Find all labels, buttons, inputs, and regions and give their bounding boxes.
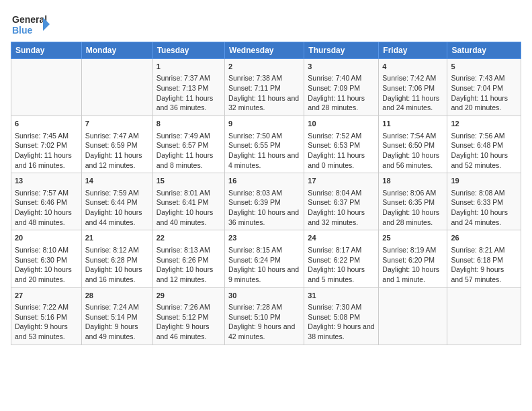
cell-line-1: Sunset: 7:02 PM [15, 140, 78, 150]
col-header-tuesday: Tuesday [152, 42, 224, 59]
cell-line-2: Daylight: 10 hours and 24 minutes. [451, 208, 517, 227]
day-number: 11 [382, 119, 443, 129]
day-number: 5 [451, 62, 517, 72]
calendar-cell-w4d4: 31Sunrise: 7:30 AMSunset: 5:08 PMDayligh… [304, 287, 379, 345]
calendar-cell-w3d4: 24Sunrise: 8:17 AMSunset: 6:22 PMDayligh… [304, 230, 379, 287]
cell-line-0: Sunrise: 7:28 AM [228, 302, 300, 312]
cell-line-0: Sunrise: 7:50 AM [228, 131, 300, 141]
calendar-cell-w1d1: 7Sunrise: 7:47 AMSunset: 6:59 PMDaylight… [81, 116, 152, 173]
cell-line-1: Sunset: 6:48 PM [451, 140, 517, 150]
cell-line-1: Sunset: 7:09 PM [308, 83, 375, 93]
calendar-cell-w2d2: 15Sunrise: 8:01 AMSunset: 6:41 PMDayligh… [152, 173, 224, 230]
calendar-cell-w4d0: 27Sunrise: 7:22 AMSunset: 5:16 PMDayligh… [11, 287, 82, 345]
day-number: 24 [308, 233, 375, 243]
col-header-saturday: Saturday [447, 42, 521, 59]
day-number: 7 [85, 119, 149, 129]
cell-line-2: Daylight: 10 hours and 1 minute. [382, 265, 443, 284]
cell-line-2: Daylight: 11 hours and 8 minutes. [157, 150, 221, 170]
cell-line-1: Sunset: 6:33 PM [451, 197, 517, 208]
cell-line-1: Sunset: 5:16 PM [15, 312, 78, 322]
cell-line-2: Daylight: 10 hours and 20 minutes. [15, 265, 78, 284]
cell-line-0: Sunrise: 7:56 AM [451, 131, 517, 141]
cell-line-2: Daylight: 9 hours and 38 minutes. [308, 322, 375, 341]
cell-line-1: Sunset: 6:55 PM [228, 140, 300, 150]
logo: GeneralBlue [11, 11, 51, 38]
day-number: 2 [228, 62, 300, 72]
cell-line-0: Sunrise: 7:57 AM [15, 188, 78, 198]
cell-line-2: Daylight: 11 hours and 20 minutes. [451, 93, 517, 113]
calendar-cell-w4d2: 29Sunrise: 7:26 AMSunset: 5:12 PMDayligh… [152, 287, 224, 345]
cell-line-2: Daylight: 11 hours and 28 minutes. [308, 93, 375, 113]
day-number: 27 [15, 291, 78, 301]
cell-line-2: Daylight: 11 hours and 24 minutes. [382, 93, 443, 113]
calendar-cell-w2d6: 19Sunrise: 8:08 AMSunset: 6:33 PMDayligh… [447, 173, 521, 230]
day-number: 3 [308, 62, 375, 72]
cell-line-1: Sunset: 7:13 PM [157, 83, 221, 93]
cell-line-2: Daylight: 10 hours and 16 minutes. [85, 265, 149, 284]
calendar-cell-w1d6: 12Sunrise: 7:56 AMSunset: 6:48 PMDayligh… [447, 116, 521, 173]
cell-line-0: Sunrise: 8:19 AM [382, 245, 443, 255]
cell-line-1: Sunset: 6:20 PM [382, 255, 443, 265]
cell-line-1: Sunset: 5:08 PM [308, 312, 375, 322]
cell-line-0: Sunrise: 7:30 AM [308, 302, 375, 312]
cell-line-2: Daylight: 10 hours and 56 minutes. [382, 150, 443, 170]
cell-line-1: Sunset: 6:37 PM [308, 197, 375, 208]
cell-line-0: Sunrise: 8:08 AM [451, 188, 517, 198]
cell-line-0: Sunrise: 7:54 AM [382, 131, 443, 141]
day-number: 4 [382, 62, 443, 72]
day-number: 21 [85, 233, 149, 243]
cell-line-2: Daylight: 9 hours and 57 minutes. [451, 265, 517, 284]
day-number: 14 [85, 176, 149, 186]
calendar-cell-w3d1: 21Sunrise: 8:12 AMSunset: 6:28 PMDayligh… [81, 230, 152, 287]
calendar-cell-w4d1: 28Sunrise: 7:24 AMSunset: 5:14 PMDayligh… [81, 287, 152, 345]
day-number: 1 [157, 62, 221, 72]
cell-line-1: Sunset: 6:35 PM [382, 197, 443, 208]
cell-line-1: Sunset: 6:59 PM [85, 140, 149, 150]
cell-line-2: Daylight: 11 hours and 4 minutes. [228, 150, 300, 170]
cell-line-2: Daylight: 10 hours and 5 minutes. [308, 265, 375, 284]
cell-line-2: Daylight: 10 hours and 40 minutes. [157, 208, 221, 227]
day-number: 31 [308, 291, 375, 301]
calendar-cell-w0d6: 5Sunrise: 7:43 AMSunset: 7:04 PMDaylight… [447, 59, 521, 116]
calendar-cell-w3d0: 20Sunrise: 8:10 AMSunset: 6:30 PMDayligh… [11, 230, 82, 287]
cell-line-1: Sunset: 7:06 PM [382, 83, 443, 93]
cell-line-0: Sunrise: 7:22 AM [15, 302, 78, 312]
cell-line-0: Sunrise: 7:26 AM [157, 302, 221, 312]
cell-line-1: Sunset: 5:14 PM [85, 312, 149, 322]
cell-line-0: Sunrise: 7:42 AM [382, 73, 443, 83]
cell-line-0: Sunrise: 7:52 AM [308, 131, 375, 141]
cell-line-1: Sunset: 5:12 PM [157, 312, 221, 322]
day-number: 10 [308, 119, 375, 129]
day-number: 6 [15, 119, 78, 129]
cell-line-1: Sunset: 6:30 PM [15, 255, 78, 265]
cell-line-0: Sunrise: 8:17 AM [308, 245, 375, 255]
svg-text:General: General [12, 14, 47, 25]
day-number: 17 [308, 176, 375, 186]
calendar-cell-w0d0 [11, 59, 82, 116]
cell-line-1: Sunset: 6:24 PM [228, 255, 300, 265]
cell-line-2: Daylight: 11 hours and 12 minutes. [85, 150, 149, 170]
cell-line-0: Sunrise: 7:47 AM [85, 131, 149, 141]
day-number: 28 [85, 291, 149, 301]
day-number: 12 [451, 119, 517, 129]
cell-line-1: Sunset: 5:10 PM [228, 312, 300, 322]
cell-line-0: Sunrise: 7:24 AM [85, 302, 149, 312]
calendar-cell-w2d4: 17Sunrise: 8:04 AMSunset: 6:37 PMDayligh… [304, 173, 379, 230]
cell-line-2: Daylight: 9 hours and 49 minutes. [85, 322, 149, 341]
day-number: 16 [228, 176, 300, 186]
cell-line-1: Sunset: 7:04 PM [451, 83, 517, 93]
calendar-cell-w0d4: 3Sunrise: 7:40 AMSunset: 7:09 PMDaylight… [304, 59, 379, 116]
calendar-cell-w3d3: 23Sunrise: 8:15 AMSunset: 6:24 PMDayligh… [225, 230, 304, 287]
cell-line-0: Sunrise: 8:12 AM [85, 245, 149, 255]
calendar-cell-w4d6 [447, 287, 521, 345]
day-number: 30 [228, 291, 300, 301]
cell-line-1: Sunset: 6:28 PM [85, 255, 149, 265]
cell-line-2: Daylight: 11 hours and 32 minutes. [228, 93, 300, 113]
day-number: 23 [228, 233, 300, 243]
cell-line-2: Daylight: 10 hours and 44 minutes. [85, 208, 149, 227]
calendar-cell-w1d5: 11Sunrise: 7:54 AMSunset: 6:50 PMDayligh… [379, 116, 447, 173]
cell-line-1: Sunset: 7:11 PM [228, 83, 300, 93]
cell-line-2: Daylight: 11 hours and 36 minutes. [157, 93, 221, 113]
cell-line-0: Sunrise: 7:40 AM [308, 73, 375, 83]
cell-line-0: Sunrise: 8:15 AM [228, 245, 300, 255]
